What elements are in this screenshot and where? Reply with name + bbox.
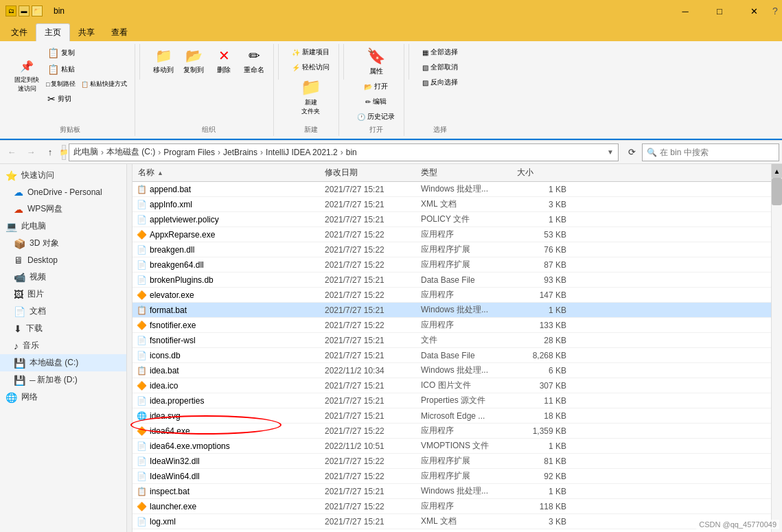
invert-selection-button[interactable]: ▨ 反向选择 xyxy=(419,76,461,89)
scrollbar-track[interactable]: ▲ ▼ xyxy=(771,164,782,532)
file-size: 81 KB xyxy=(517,456,572,466)
sidebar-item-3dobjects[interactable]: 📦 3D 对象 xyxy=(0,235,126,252)
file-date: 2021/7/27 15:21 xyxy=(325,351,421,360)
file-type: Microsoft Edge ... xyxy=(421,411,517,421)
edit-button[interactable]: ✏ 编辑 xyxy=(362,95,390,108)
sidebar-item-music[interactable]: ♪ 音乐 xyxy=(0,337,126,354)
titlebar: 🗂 ▬ 📁 bin ─ □ ✕ ? xyxy=(0,0,782,22)
table-row[interactable]: 🔶 idea64.exe 2021/7/27 15:22 应用程序 1,359 … xyxy=(133,424,771,439)
table-row[interactable]: 🔶 AppxReparse.exe 2021/7/27 15:22 应用程序 5… xyxy=(133,227,771,242)
table-row[interactable]: 📄 idea.properties 2021/7/27 15:21 Proper… xyxy=(133,393,771,408)
sidebar-item-ddrive[interactable]: 💾 ─ 新加卷 (D:) xyxy=(0,371,126,389)
table-row[interactable]: 📄 brokenPlugins.db 2021/7/27 15:21 Data … xyxy=(133,273,771,288)
table-row[interactable]: 📄 fsnotifier-wsl 2021/7/27 15:21 文件 28 K… xyxy=(133,333,771,348)
sidebar-item-documents[interactable]: 📄 文档 xyxy=(0,303,126,320)
table-row[interactable]: 🔶 elevator.exe 2021/7/27 15:22 应用程序 147 … xyxy=(133,288,771,303)
crumb-idea[interactable]: IntelliJ IDEA 2021.2 xyxy=(266,148,338,157)
table-row[interactable]: 📄 log.xml 2021/7/27 15:21 XML 文档 3 KB xyxy=(133,514,771,529)
table-row[interactable]: 🔶 launcher.exe 2021/7/27 15:22 应用程序 118 … xyxy=(133,499,771,514)
col-header-type[interactable]: 类型 xyxy=(421,167,517,178)
cut-button[interactable]: ✂ 剪切 xyxy=(44,91,129,106)
file-type-icon: 🔶 xyxy=(137,290,147,300)
table-row[interactable]: 📋 ltedit.bat 2021/7/27 15:21 Windows 批处理… xyxy=(133,529,771,532)
open-button[interactable]: 📂 打开 xyxy=(360,80,391,93)
sidebar-item-downloads[interactable]: ⬇ 下载 xyxy=(0,320,126,337)
crumb-drive[interactable]: 本地磁盘 (C:) xyxy=(106,146,155,158)
table-row[interactable]: 📄 breakgen64.dll 2021/7/27 15:22 应用程序扩展 … xyxy=(133,257,771,273)
sidebar-item-cdrive[interactable]: 💾 本地磁盘 (C:) xyxy=(0,354,126,371)
table-row[interactable]: 📋 format.bat 2021/7/27 15:21 Windows 批处理… xyxy=(133,303,771,318)
table-row[interactable]: 🌐 idea.svg 2021/7/27 15:21 Microsoft Edg… xyxy=(133,408,771,424)
file-name: 🔶 fsnotifier.exe xyxy=(133,321,325,330)
col-header-date[interactable]: 修改日期 xyxy=(325,167,421,178)
copy-to-button[interactable]: 📂 复制到 xyxy=(180,45,207,77)
new-folder-button[interactable]: 📁 新建文件夹 xyxy=(297,76,325,118)
close-button[interactable]: ✕ xyxy=(738,0,770,22)
minimize-button[interactable]: ─ xyxy=(669,0,701,22)
sidebar-item-desktop[interactable]: 🖥 Desktop xyxy=(0,252,126,268)
col-header-name[interactable]: 名称 ▲ xyxy=(133,167,325,178)
table-row[interactable]: 📄 IdeaWin32.dll 2021/7/27 15:22 应用程序扩展 8… xyxy=(133,454,771,469)
file-size: 93 KB xyxy=(517,275,572,285)
crumb-bin[interactable]: bin xyxy=(346,148,357,157)
table-row[interactable]: 📄 IdeaWin64.dll 2021/7/27 15:22 应用程序扩展 9… xyxy=(133,469,771,484)
tab-view[interactable]: 查看 xyxy=(103,24,136,41)
col-header-size[interactable]: 大小 xyxy=(517,167,572,178)
sidebar-item-quickaccess[interactable]: ⭐ 快速访问 xyxy=(0,167,126,184)
table-row[interactable]: 📋 append.bat 2021/7/27 15:21 Windows 批处理… xyxy=(133,182,771,197)
delete-button[interactable]: ✕ 删除 xyxy=(210,45,238,77)
sidebar-item-videos[interactable]: 📹 视频 xyxy=(0,268,126,286)
file-name: 📄 appInfo.xml xyxy=(133,200,325,209)
sidebar-item-thispc[interactable]: 💻 此电脑 xyxy=(0,218,126,235)
address-path[interactable]: 此电脑 › 本地磁盘 (C:) › Program Files › JetBra… xyxy=(69,143,619,161)
file-name: 🌐 idea.svg xyxy=(133,411,325,421)
select-none-button[interactable]: ▧ 全部取消 xyxy=(419,60,461,74)
file-date: 2021/7/27 15:22 xyxy=(325,426,421,436)
sidebar-item-onedrive[interactable]: ☁ OneDrive - Personal xyxy=(0,184,126,200)
sidebar-item-pictures[interactable]: 🖼 图片 xyxy=(0,286,126,303)
search-input[interactable] xyxy=(660,148,774,157)
crumb-programfiles[interactable]: Program Files xyxy=(163,148,215,157)
table-row[interactable]: 🔶 idea.ico 2021/7/27 15:21 ICO 图片文件 307 … xyxy=(133,378,771,393)
table-row[interactable]: 📄 icons.db 2021/7/27 15:21 Data Base Fil… xyxy=(133,348,771,363)
table-row[interactable]: 📋 idea.bat 2022/11/2 10:34 Windows 批处理..… xyxy=(133,363,771,378)
sidebar-scrollbar[interactable] xyxy=(127,164,133,532)
tab-home[interactable]: 主页 xyxy=(36,23,70,41)
scroll-up-button[interactable]: ▲ xyxy=(772,164,782,178)
table-row[interactable]: 📄 breakgen.dll 2021/7/27 15:22 应用程序扩展 76… xyxy=(133,242,771,257)
table-row[interactable]: 📄 appletviewer.policy 2021/7/27 15:21 PO… xyxy=(133,212,771,227)
crumb-computer[interactable]: 此电脑 xyxy=(73,146,98,158)
copy-path-button[interactable]: □ 复制路径 xyxy=(44,78,78,90)
select-all-button[interactable]: ▦ 全部选择 xyxy=(419,45,461,59)
paste-button[interactable]: 📋 粘贴 xyxy=(44,62,129,77)
history-button[interactable]: 🕐 历史记录 xyxy=(354,110,398,124)
new-item-button[interactable]: ✨ 新建项目 xyxy=(288,45,333,59)
sidebar-item-network[interactable]: 🌐 网络 xyxy=(0,389,126,406)
refresh-button[interactable]: ⟳ xyxy=(623,143,641,161)
paste-shortcut-button[interactable]: 📋 粘贴快捷方式 xyxy=(79,78,129,90)
forward-button[interactable]: → xyxy=(22,143,40,161)
table-row[interactable]: 📄 appInfo.xml 2021/7/27 15:21 XML 文档 3 K… xyxy=(133,197,771,212)
maximize-button[interactable]: □ xyxy=(704,0,735,22)
copy-button[interactable]: 📋 复制 xyxy=(44,45,129,60)
sidebar-item-wpsdrive[interactable]: ☁ WPS网盘 xyxy=(0,200,126,218)
easy-access-button[interactable]: ⚡ 轻松访问 xyxy=(288,60,333,74)
pin-quickaccess-button[interactable]: 📌 固定到快速访问 xyxy=(11,57,43,95)
move-to-button[interactable]: 📁 移动到 xyxy=(150,45,177,77)
tab-share[interactable]: 共享 xyxy=(70,24,103,41)
table-row[interactable]: 📄 idea64.exe.vmoptions 2022/11/2 10:51 V… xyxy=(133,439,771,454)
address-dropdown-icon[interactable]: ▼ xyxy=(607,148,614,156)
rename-button[interactable]: ✏ 重命名 xyxy=(240,45,268,77)
table-row[interactable]: 📋 inspect.bat 2021/7/27 15:21 Windows 批处… xyxy=(133,484,771,499)
help-icon[interactable]: ? xyxy=(772,5,778,16)
file-type-icon: 📄 xyxy=(137,200,147,209)
file-type: Windows 批处理... xyxy=(421,485,517,497)
tab-file[interactable]: 文件 xyxy=(3,24,36,41)
back-button[interactable]: ← xyxy=(3,143,21,161)
organize-label: 组织 xyxy=(202,124,216,135)
scroll-thumb[interactable] xyxy=(772,178,782,205)
crumb-jetbrains[interactable]: JetBrains xyxy=(223,148,257,157)
up-button[interactable]: ↑ xyxy=(41,143,59,161)
properties-button[interactable]: 🔖 属性 xyxy=(363,45,390,78)
table-row[interactable]: 🔶 fsnotifier.exe 2021/7/27 15:22 应用程序 13… xyxy=(133,318,771,333)
